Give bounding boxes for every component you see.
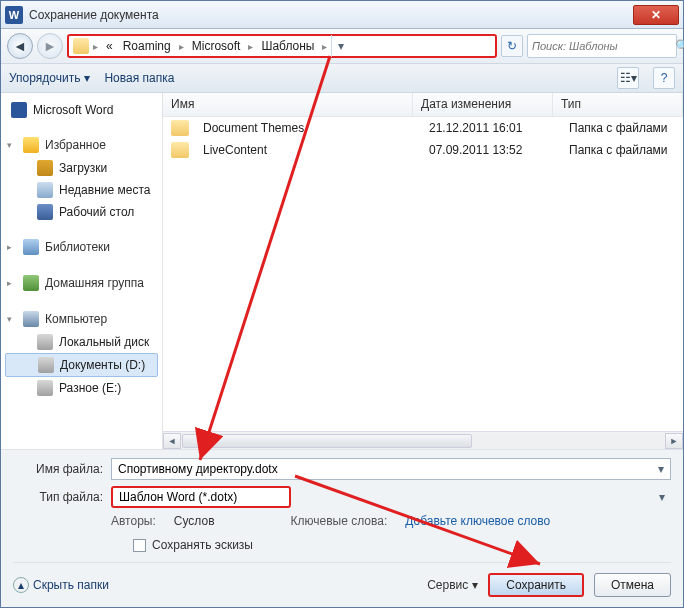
download-icon <box>37 160 53 176</box>
cancel-button[interactable]: Отмена <box>594 573 671 597</box>
folder-icon <box>73 38 89 54</box>
filename-input[interactable]: Спортивному директору.dotx▾ <box>111 458 671 480</box>
view-mode-button[interactable]: ☷▾ <box>617 67 639 89</box>
keywords-label: Ключевые слова: <box>291 514 388 528</box>
nav-documents-d[interactable]: Документы (D:) <box>5 353 158 377</box>
col-date[interactable]: Дата изменения <box>413 93 553 116</box>
hide-folders-button[interactable]: ▴Скрыть папки <box>13 577 109 593</box>
chevron-up-icon: ▴ <box>13 577 29 593</box>
homegroup-icon <box>23 275 39 291</box>
file-date: 07.09.2011 13:52 <box>421 143 561 157</box>
scroll-thumb[interactable] <box>182 434 472 448</box>
scroll-left-icon[interactable]: ◄ <box>163 433 181 449</box>
computer-icon <box>23 311 39 327</box>
file-row[interactable]: LiveContent 07.09.2011 13:52 Папка с фай… <box>163 139 683 161</box>
organize-button[interactable]: Упорядочить ▾ <box>9 71 90 85</box>
file-type: Папка с файлами <box>561 121 683 135</box>
form-area: Имя файла: Спортивному директору.dotx▾ Т… <box>1 449 683 607</box>
save-dialog: W Сохранение документа ✕ ◄ ► ▸ « Roaming… <box>0 0 684 608</box>
scroll-right-icon[interactable]: ► <box>665 433 683 449</box>
breadcrumb-dropdown[interactable]: ▾ <box>331 35 349 57</box>
chevron-right-icon: ▸ <box>320 41 329 52</box>
chevron-down-icon[interactable]: ▾ <box>658 462 664 476</box>
breadcrumb-seg[interactable]: Microsoft <box>188 39 245 53</box>
nav-desktop[interactable]: Рабочий стол <box>1 201 162 223</box>
chevron-down-icon[interactable]: ▾ <box>659 490 665 504</box>
chevron-down-icon: ▾ <box>84 71 90 85</box>
chevron-right-icon: ▸ <box>7 278 12 288</box>
titlebar: W Сохранение документа ✕ <box>1 1 683 29</box>
word-app-icon: W <box>5 6 23 24</box>
nav-computer[interactable]: ▾Компьютер <box>1 307 162 331</box>
search-input[interactable] <box>532 40 671 52</box>
file-name: LiveContent <box>195 143 421 157</box>
chevron-down-icon: ▾ <box>472 578 478 592</box>
nav-homegroup[interactable]: ▸Домашняя группа <box>1 271 162 295</box>
search-icon: 🔍 <box>675 39 684 53</box>
authors-value[interactable]: Суслов <box>174 514 215 528</box>
keywords-add[interactable]: Добавьте ключевое слово <box>405 514 550 528</box>
file-name: Document Themes <box>195 121 421 135</box>
col-type[interactable]: Тип <box>553 93 683 116</box>
thumbnail-label: Сохранять эскизы <box>152 538 253 552</box>
disk-icon <box>37 380 53 396</box>
nav-downloads[interactable]: Загрузки <box>1 157 162 179</box>
nav-local-disk[interactable]: Локальный диск <box>1 331 162 353</box>
column-headers: Имя Дата изменения Тип <box>163 93 683 117</box>
actions-row: ▴Скрыть папки Сервис▾ Сохранить Отмена <box>13 562 671 597</box>
disk-icon <box>38 357 54 373</box>
new-folder-button[interactable]: Новая папка <box>104 71 174 85</box>
col-name[interactable]: Имя <box>163 93 413 116</box>
folder-icon <box>171 120 189 136</box>
search-box[interactable]: 🔍 <box>527 34 677 58</box>
chevron-right-icon: ▸ <box>177 41 186 52</box>
help-button[interactable]: ? <box>653 67 675 89</box>
file-date: 21.12.2011 16:01 <box>421 121 561 135</box>
toolbar: Упорядочить ▾ Новая папка ☷▾ ? <box>1 63 683 93</box>
body: Microsoft Word ▾Избранное Загрузки Недав… <box>1 93 683 449</box>
tools-button[interactable]: Сервис▾ <box>427 578 478 592</box>
star-icon <box>23 137 39 153</box>
word-icon <box>11 102 27 118</box>
chevron-right-icon: ▸ <box>246 41 255 52</box>
nav-tree: Microsoft Word ▾Избранное Загрузки Недав… <box>1 93 163 449</box>
nav-libraries[interactable]: ▸Библиотеки <box>1 235 162 259</box>
library-icon <box>23 239 39 255</box>
nav-word[interactable]: Microsoft Word <box>1 99 162 121</box>
folder-icon <box>171 142 189 158</box>
authors-label: Авторы: <box>111 514 156 528</box>
file-pane: Имя Дата изменения Тип Document Themes 2… <box>163 93 683 449</box>
back-button[interactable]: ◄ <box>7 33 33 59</box>
nav-favorites[interactable]: ▾Избранное <box>1 133 162 157</box>
refresh-button[interactable]: ↻ <box>501 35 523 57</box>
breadcrumb[interactable]: ▸ « Roaming ▸ Microsoft ▸ Шаблоны ▸ ▾ <box>67 34 497 58</box>
nav-recent[interactable]: Недавние места <box>1 179 162 201</box>
window-title: Сохранение документа <box>29 8 633 22</box>
disk-icon <box>37 334 53 350</box>
horizontal-scrollbar[interactable]: ◄ ► <box>163 431 683 449</box>
file-type: Папка с файлами <box>561 143 683 157</box>
chevron-down-icon: ▾ <box>7 314 12 324</box>
chevron-down-icon: ▾ <box>7 140 12 150</box>
nav-row: ◄ ► ▸ « Roaming ▸ Microsoft ▸ Шаблоны ▸ … <box>1 29 683 63</box>
breadcrumb-seg[interactable]: Roaming <box>119 39 175 53</box>
thumbnail-checkbox-row[interactable]: Сохранять эскизы <box>133 538 671 552</box>
filetype-select[interactable]: Шаблон Word (*.dotx) <box>111 486 291 508</box>
forward-button[interactable]: ► <box>37 33 63 59</box>
nav-misc-e[interactable]: Разное (E:) <box>1 377 162 399</box>
filename-label: Имя файла: <box>13 462 103 476</box>
file-list: Document Themes 21.12.2011 16:01 Папка с… <box>163 117 683 431</box>
breadcrumb-prefix: « <box>102 39 117 53</box>
save-button[interactable]: Сохранить <box>488 573 584 597</box>
file-row[interactable]: Document Themes 21.12.2011 16:01 Папка с… <box>163 117 683 139</box>
breadcrumb-seg[interactable]: Шаблоны <box>257 39 318 53</box>
chevron-right-icon: ▸ <box>91 41 100 52</box>
desktop-icon <box>37 204 53 220</box>
close-button[interactable]: ✕ <box>633 5 679 25</box>
chevron-right-icon: ▸ <box>7 242 12 252</box>
checkbox-icon[interactable] <box>133 539 146 552</box>
metadata-row: Авторы: Суслов Ключевые слова: Добавьте … <box>111 514 671 528</box>
filetype-label: Тип файла: <box>13 490 103 504</box>
recent-icon <box>37 182 53 198</box>
